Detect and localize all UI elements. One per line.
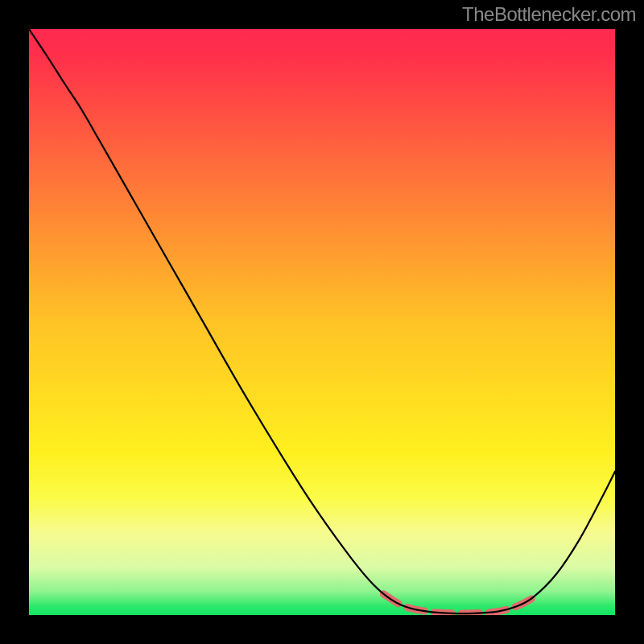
chart-container: TheBottlenecker.com: [0, 0, 644, 644]
highlight-segment: [383, 594, 535, 613]
bottleneck-curve: [29, 29, 615, 613]
plot-area: [29, 29, 615, 615]
watermark-text: TheBottlenecker.com: [462, 3, 636, 26]
curve-layer: [29, 29, 615, 615]
